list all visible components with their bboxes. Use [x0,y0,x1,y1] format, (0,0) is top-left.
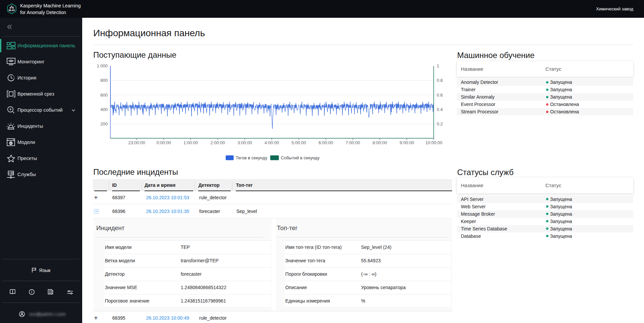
svg-text:1: 1 [437,63,439,68]
svg-text:0.4: 0.4 [437,107,443,112]
svg-text:2:00:00: 2:00:00 [210,140,225,145]
svg-text:8:00:00: 8:00:00 [373,140,387,145]
svg-text:0.8: 0.8 [437,78,443,83]
svg-text:400: 400 [100,107,108,112]
svg-text:200: 200 [100,121,108,126]
svg-text:Событий в секунду: Событий в секунду [281,155,320,160]
svg-text:4:00:00: 4:00:00 [265,140,279,145]
svg-text:0.2: 0.2 [437,121,443,126]
svg-text:6:00:00: 6:00:00 [319,140,333,145]
svg-text:1:00:00: 1:00:00 [183,140,198,145]
svg-text:1 000: 1 000 [97,63,108,68]
svg-text:23:00:00: 23:00:00 [128,140,145,145]
svg-text:5:00:00: 5:00:00 [291,140,306,145]
svg-text:7:00:00: 7:00:00 [345,140,360,145]
svg-text:Тегов в секунду: Тегов в секунду [235,155,267,160]
svg-text:0:00:00: 0:00:00 [156,140,171,145]
svg-text:9:00:00: 9:00:00 [399,140,414,145]
svg-text:3:00:00: 3:00:00 [237,140,252,145]
svg-text:600: 600 [100,93,108,98]
svg-text:0.6: 0.6 [437,93,443,98]
svg-text:MLAD: MLAD [9,9,15,11]
svg-text:800: 800 [100,78,108,83]
svg-text:10:00:00: 10:00:00 [425,140,442,145]
